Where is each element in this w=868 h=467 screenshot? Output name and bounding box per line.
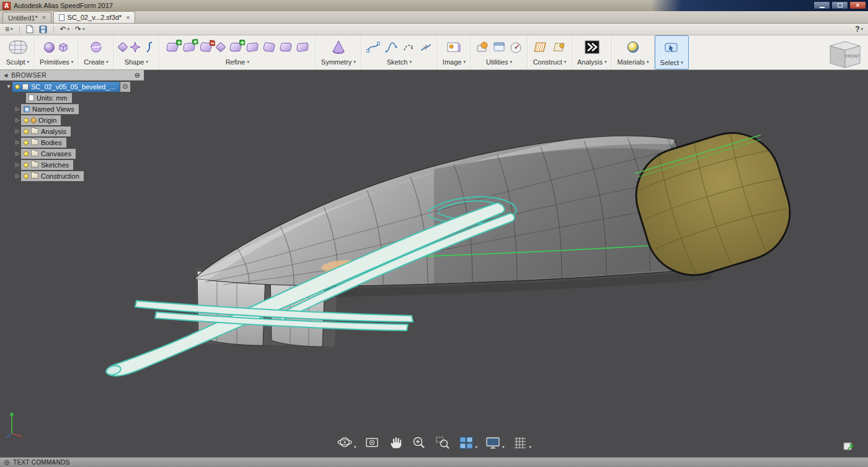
tab-close-icon[interactable]: ×	[42, 14, 46, 21]
tab-untitled1[interactable]: Untitled1* ×	[2, 12, 51, 23]
app-logo-icon[interactable]: A	[2, 2, 11, 10]
visibility-bulb-icon[interactable]	[24, 129, 29, 134]
zoom-window-button[interactable]	[434, 435, 450, 451]
analysis-menu[interactable]: Analysis▾	[577, 58, 606, 66]
browser-collapse-arrow-icon[interactable]: ◀	[4, 73, 7, 78]
symmetry-menu[interactable]: Symmetry▾	[321, 58, 356, 66]
image-menu[interactable]: Image▾	[443, 58, 466, 66]
maximize-button[interactable]	[831, 1, 848, 9]
analysis-icon[interactable]	[585, 40, 600, 54]
expand-arrow-icon[interactable]: ▷	[14, 140, 21, 145]
primitive-sphere-icon[interactable]	[44, 42, 55, 53]
shape-menu[interactable]: Shape▾	[125, 58, 148, 66]
project-curve-icon[interactable]	[402, 42, 415, 53]
job-status-button[interactable]	[843, 441, 854, 453]
shape-curve-icon[interactable]	[144, 41, 154, 53]
browser-root-row[interactable]: ▼ SC_02_v05_05_beveled_... ⊙	[5, 81, 144, 92]
plus-badge-icon	[176, 40, 182, 45]
group-label: Select	[660, 59, 680, 66]
visibility-bulb-icon[interactable]	[24, 118, 29, 123]
look-at-button[interactable]	[363, 435, 379, 451]
orbit-button[interactable]: ▾	[337, 435, 356, 451]
expanded-arrow-icon[interactable]: ▼	[5, 84, 12, 89]
expand-arrow-icon[interactable]: ▷	[14, 117, 21, 123]
insert-edge-icon[interactable]	[166, 43, 179, 51]
undo-button[interactable]: ↶ ▾	[59, 24, 71, 35]
view-cube[interactable]: FRONT	[823, 37, 864, 73]
expand-arrow-icon[interactable]: ▷	[14, 128, 21, 134]
expand-arrow-icon[interactable]: ▷	[14, 162, 21, 167]
tab-sc02-active[interactable]: SC_02_v...2.sf3d* ×	[53, 11, 136, 23]
zoom-button[interactable]	[410, 435, 427, 451]
expand-arrow-icon[interactable]: ▷	[14, 173, 21, 179]
spline-icon[interactable]	[385, 41, 397, 53]
browser-row-origin[interactable]: ▷ Origin	[14, 115, 144, 125]
slide-edge-icon[interactable]	[296, 42, 309, 52]
browser-row-named-views[interactable]: ▷ Named Views	[14, 104, 144, 114]
undo-icon: ↶	[60, 25, 66, 33]
minimize-button[interactable]	[813, 1, 830, 9]
select-menu[interactable]: Select▾	[660, 59, 683, 66]
display-settings-button[interactable]: ▾	[485, 435, 505, 451]
visibility-bulb-icon[interactable]	[24, 174, 29, 179]
save-button[interactable]	[38, 24, 48, 35]
browser-minimize-icon[interactable]: ⊖	[135, 71, 140, 79]
browser-row-sketches[interactable]: ▷ Sketches	[14, 159, 144, 170]
create-menu[interactable]: Create▾	[84, 58, 108, 66]
expand-arrow-icon[interactable]: ▷	[14, 106, 21, 112]
symmetry-icon[interactable]	[332, 40, 345, 55]
text-commands-icon[interactable]	[4, 460, 9, 465]
merge-edge-icon[interactable]	[215, 42, 226, 53]
utilities-menu[interactable]: Utilities▾	[486, 58, 512, 66]
line-icon[interactable]	[420, 42, 432, 53]
visibility-bulb-icon[interactable]	[24, 162, 29, 167]
expand-arrow-icon[interactable]: ▷	[14, 151, 21, 156]
uncrease-icon[interactable]	[262, 42, 275, 52]
browser-row-analysis[interactable]: ▷ Analysis	[14, 126, 144, 136]
crease-icon[interactable]	[246, 42, 259, 52]
text-commands-label[interactable]: TEXT COMMANDS	[13, 459, 70, 466]
subdivide-icon[interactable]	[199, 42, 212, 52]
sculpt-icon[interactable]	[7, 38, 29, 56]
activate-radio-icon[interactable]: ⊙	[120, 82, 130, 92]
close-button[interactable]: ×	[849, 1, 866, 9]
sculpt-menu[interactable]: Sculpt▾	[6, 58, 29, 66]
canvas-image-icon[interactable]	[447, 41, 461, 53]
primitive-box-icon[interactable]	[58, 42, 69, 53]
redo-button[interactable]: ↷ ▾	[74, 24, 86, 35]
materials-menu[interactable]: Materials▾	[617, 58, 649, 66]
utility-panel-icon[interactable]	[493, 41, 505, 53]
pan-button[interactable]	[387, 435, 403, 451]
help-button[interactable]: ? ▾	[854, 24, 864, 35]
file-menu-button[interactable]: ≡ ▾	[4, 24, 14, 35]
browser-row-units[interactable]: Units: mm	[26, 92, 144, 103]
browser-row-construction[interactable]: ▷ Construction	[14, 171, 144, 181]
construct-offset-plane-icon[interactable]	[552, 41, 567, 53]
visibility-bulb-icon[interactable]	[24, 151, 29, 156]
visibility-bulb-icon[interactable]	[24, 140, 29, 145]
browser-row-canvases[interactable]: ▷ Canvases	[14, 148, 144, 159]
bevel-edge-icon[interactable]	[279, 43, 293, 51]
weld-vertices-icon[interactable]	[229, 43, 242, 51]
refine-menu[interactable]: Refine▾	[226, 58, 249, 66]
materials-icon[interactable]	[627, 42, 639, 53]
shape-star-icon[interactable]	[130, 42, 141, 53]
viewport-3d[interactable]: ◀ BROWSER ⊖ ▼ SC_02_v05_05_beveled_... ⊙…	[0, 70, 868, 457]
fit-curve-icon[interactable]	[366, 41, 380, 53]
shape-diamond-icon[interactable]	[117, 42, 128, 53]
select-icon[interactable]	[664, 42, 679, 54]
utility-measure-icon[interactable]	[510, 41, 522, 53]
grid-settings-button[interactable]: ▾	[512, 435, 532, 451]
new-document-button[interactable]	[25, 24, 35, 35]
construct-menu[interactable]: Construct▾	[533, 58, 567, 66]
browser-row-bodies[interactable]: ▷ Bodies	[14, 137, 144, 148]
insert-point-icon[interactable]	[183, 42, 196, 52]
view-layout-button[interactable]: ▾	[458, 435, 477, 451]
sketch-menu[interactable]: Sketch▾	[387, 58, 412, 66]
tab-close-icon[interactable]: ×	[126, 14, 130, 21]
visibility-bulb-icon[interactable]	[15, 84, 20, 89]
utility-box-icon[interactable]	[476, 41, 489, 53]
construct-plane-icon[interactable]	[533, 41, 547, 53]
create-form-icon[interactable]	[90, 41, 102, 53]
primitives-menu[interactable]: Primitives▾	[40, 58, 73, 66]
